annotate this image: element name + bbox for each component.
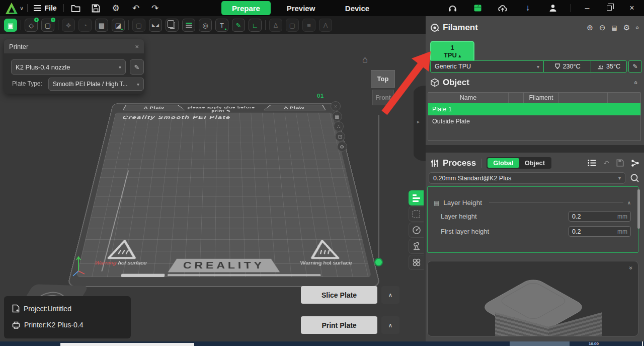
scope-global[interactable]: Global [488, 158, 519, 168]
section-collapse-icon[interactable]: ∧ [627, 200, 631, 205]
remove-filament-button[interactable]: ⊖ [599, 23, 606, 32]
compare-preset-button[interactable] [631, 159, 639, 167]
mirror-button[interactable]: ◣◢ [149, 19, 162, 32]
viewport-3d[interactable]: A Plate please apply glue before print ✎… [0, 34, 426, 341]
seam-paint-button[interactable]: ▢ [286, 19, 299, 32]
redo-button[interactable]: ↷ [148, 0, 162, 16]
bed-temp-field[interactable]: 35°C [591, 61, 626, 72]
seam-slider-track[interactable] [378, 115, 379, 258]
status-slider-segment[interactable] [510, 341, 570, 346]
filament-slot-1-button[interactable]: 1 TPU ▴ [430, 41, 474, 62]
filament-detail-row: Generic TPU▾ 230°C 35°C ✎ [430, 60, 642, 73]
font-tool-button[interactable]: A [319, 19, 332, 32]
filament-collapse-button[interactable]: « [634, 26, 641, 30]
layer-height-edit-button[interactable] [182, 19, 195, 32]
save-preset-button[interactable] [616, 159, 624, 167]
close-button[interactable]: × [624, 0, 640, 16]
layer-height-input[interactable]: mm [569, 211, 631, 222]
home-view-button[interactable]: ⌂ [362, 54, 368, 65]
user-account-icon[interactable] [546, 0, 559, 16]
add-filament-button[interactable]: ⊕ [587, 23, 593, 32]
rail-support-button[interactable] [409, 239, 424, 254]
download-icon[interactable]: ↓ [521, 0, 534, 16]
minimize-button[interactable]: – [580, 0, 595, 16]
rail-plate-button[interactable] [409, 206, 424, 222]
infill-button[interactable]: ≡ [302, 19, 315, 32]
plate-settings-button[interactable]: ⚙ [337, 142, 347, 152]
fuzzy-skin-button[interactable]: ◎ [199, 19, 212, 32]
printer-edit-button[interactable]: ✎ [130, 59, 144, 75]
process-settings-card: ▤ Layer Height ∧ Layer height mm First l… [427, 186, 638, 253]
first-layer-height-input[interactable]: mm [569, 226, 631, 237]
layers-icon [186, 23, 192, 28]
table-row-outside-plate[interactable]: Outside Plate [428, 115, 640, 127]
restore-button[interactable] [602, 0, 617, 16]
plate-arrange-button[interactable]: ▦ [332, 111, 342, 121]
printer-model-select[interactable]: K2 Plus-0.4 nozzle▾ [11, 59, 126, 75]
select-button[interactable]: ▢ [132, 19, 145, 32]
tab-device[interactable]: Device [334, 1, 380, 15]
slice-plate-button[interactable]: Slice Plate [301, 286, 377, 304]
arrange-button[interactable]: ❖ [62, 19, 75, 32]
paint-tool-button[interactable]: ✎ [232, 19, 245, 32]
layer-height-section-header[interactable]: ▤ Layer Height ∧ [434, 199, 631, 206]
save-button[interactable] [89, 0, 103, 16]
support-paint-button[interactable]: ∆ [269, 19, 282, 32]
text-tool-button[interactable]: T▲ [215, 19, 228, 32]
reset-preset-button[interactable]: ↶ [603, 159, 609, 167]
plate-close-button[interactable]: × [331, 101, 341, 111]
viewcube-top-face[interactable]: Top [371, 70, 395, 88]
project-info-box: Project:Untitled Printer:K2 Plus-0.4 [4, 296, 131, 338]
plate-type-select[interactable]: Smooth PEI Plate / High T...▾ [48, 78, 144, 91]
filament-manage-button[interactable]: ▤ [612, 24, 617, 31]
logo-chevron-icon[interactable]: ∨ [18, 0, 25, 16]
filament-settings-button[interactable]: ⚙ [623, 23, 630, 32]
clone-button[interactable] [166, 19, 179, 32]
rail-multi-button[interactable] [409, 255, 424, 270]
param-list-button[interactable] [588, 159, 596, 167]
process-preset-select[interactable]: 0.20mm Standard@K2 Plus▾ [429, 172, 625, 184]
table-row-plate-1[interactable]: Plate 1 [428, 103, 640, 115]
mirror-icon: ◣◢ [152, 23, 159, 28]
undo-button[interactable]: ↶ [129, 0, 143, 16]
rail-quality-button[interactable] [409, 190, 424, 205]
support-headset-icon[interactable] [446, 0, 459, 16]
print-options-button[interactable]: ∧ [381, 316, 399, 334]
nozzle-icon [554, 63, 560, 70]
plate-lock-button[interactable]: ⊡ [335, 131, 345, 142]
measure-tool-button[interactable]: ∟ [249, 19, 262, 32]
preview-expand-button[interactable]: » [628, 266, 635, 270]
print-plate-button[interactable]: Print Plate [301, 316, 377, 334]
app-logo-icon[interactable] [4, 0, 19, 16]
object-collapse-button[interactable]: « [633, 81, 640, 85]
slice-options-button[interactable]: ∧ [381, 286, 399, 304]
search-params-button[interactable] [630, 173, 639, 183]
seam-slider-handle[interactable] [374, 258, 383, 266]
model-library-icon[interactable] [471, 0, 484, 16]
plate-orient-button[interactable]: ∴ [334, 121, 344, 131]
cube-icon [430, 78, 439, 87]
settings-scrollbar[interactable] [637, 189, 640, 229]
add-model-button[interactable]: ◇+ [25, 19, 38, 32]
tab-preview[interactable]: Preview [278, 1, 324, 15]
cloud-upload-icon[interactable] [496, 0, 509, 16]
viewcube-front-face[interactable]: Front [372, 90, 394, 105]
cleanup-button[interactable]: ◪▲ [112, 19, 125, 32]
build-plate[interactable]: A Plate please apply glue before print ✎… [67, 103, 381, 287]
plate-view-button[interactable]: ▣ [4, 19, 17, 32]
filament-edit-button[interactable]: ✎ [628, 60, 642, 73]
add-plate-button[interactable]: ▢+ [41, 19, 54, 32]
printer-panel-close-button[interactable]: × [135, 43, 139, 50]
tab-prepare[interactable]: Prepare [221, 1, 271, 15]
file-menu[interactable]: File [30, 0, 60, 16]
auto-orient-button[interactable]: ◔ [78, 19, 92, 32]
nozzle-temp-field[interactable]: 230°C [544, 61, 591, 72]
rail-speed-button[interactable] [409, 223, 424, 238]
filament-preset-select[interactable]: Generic TPU▾ [431, 61, 544, 72]
open-file-button[interactable] [68, 0, 83, 16]
layout-button[interactable]: ▤ [95, 19, 108, 32]
object-header: Object « [430, 78, 638, 88]
panel-collapse-handle[interactable]: ▸ [414, 86, 426, 161]
scope-object[interactable]: Object [519, 158, 550, 168]
settings-gear-button[interactable]: ⚙ [109, 0, 123, 16]
